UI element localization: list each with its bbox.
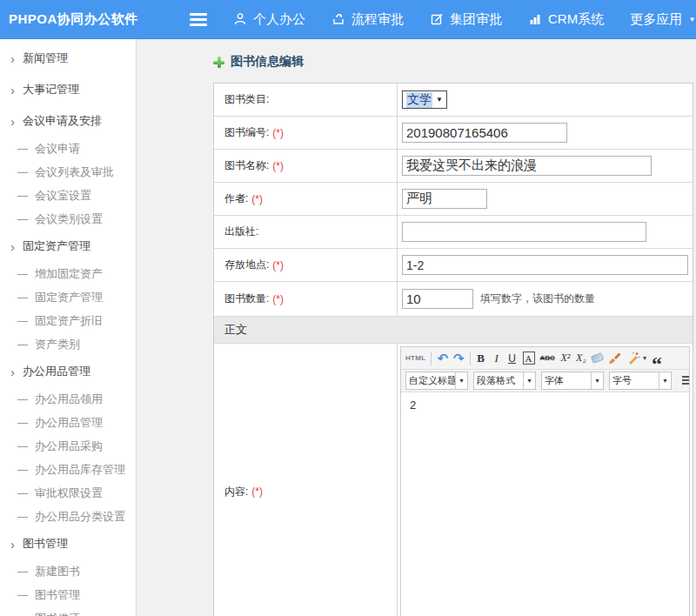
nav-label: 更多应用 [630,11,682,28]
item-label: 会议类别设置 [35,211,103,227]
editor-undo-icon[interactable]: ↶ [437,350,448,367]
editor-toolbar-row1: HTML ↶ ↷ B I U A ABC X² X₂ [401,347,689,370]
editor-eraser-icon[interactable] [592,350,603,367]
dash-icon: — [17,440,28,452]
required-mark: (*) [272,293,284,305]
item-label: 办公用品管理 [35,415,103,431]
nav-label: 流程审批 [351,11,404,28]
item-label: 办公用品采购 [35,439,103,454]
sidebar-section-meetings[interactable]: › 会议申请及安排 [0,105,136,137]
item-label: 增加固定资产 [35,266,103,282]
workflow-icon [331,12,345,26]
sidebar-item-supplies-inventory[interactable]: — 办公用品库存管理 [0,458,136,481]
editor-heading-select[interactable]: 自定义标题 ▾ [405,372,468,390]
quantity-input[interactable] [402,289,473,309]
item-label: 固定资产管理 [35,290,103,305]
category-select[interactable]: 文学 ▼ [402,90,447,109]
sidebar-item-meeting-category-settings[interactable]: — 会议类别设置 [0,207,136,231]
location-input[interactable] [402,255,688,275]
page-title: 图书信息编辑 [213,54,696,70]
sidebar-item-meeting-list-approval[interactable]: — 会议列表及审批 [0,160,136,184]
category-select-value: 文学 [406,92,432,108]
book-no-input[interactable] [402,123,567,143]
sidebar-item-book-management[interactable]: — 图书管理 [0,583,136,606]
sidebar-item-fixed-asset-depreciation[interactable]: — 固定资产折旧 [0,309,136,332]
form-row-quantity: 图书数量: (*) 填写数字，该图书的数量 [214,282,693,317]
sidebar-item-meeting-room-settings[interactable]: — 会议室设置 [0,184,136,207]
caret-down-icon: ▼ [436,96,443,104]
item-label: 会议室设置 [35,188,91,204]
editor-font-family-select[interactable]: 字体 ▾ [541,372,604,390]
editor-toolbar-row2: 自定义标题 ▾ 段落格式 ▾ 字体 ▾ [401,370,689,392]
section-label: 会议申请及安排 [23,113,102,129]
book-no-label: 图书编号: (*) [214,117,398,149]
sidebar-item-supplies-purchase[interactable]: — 办公用品采购 [0,434,136,458]
editor-underline-button[interactable]: U [507,350,518,367]
item-label: 办公用品库存管理 [35,462,125,478]
sidebar-item-supplies-category-settings[interactable]: — 办公用品分类设置 [0,505,136,528]
editor-html-source-button[interactable]: HTML [405,350,425,367]
editor-content-area[interactable]: 2 [401,392,689,616]
editor-justify-icon[interactable] [682,372,689,390]
quantity-label: 图书数量: (*) [214,282,398,316]
sidebar-item-meeting-apply[interactable]: — 会议申请 [0,137,136,160]
dash-icon: — [17,338,28,351]
book-edit-form: 图书类目: 文学 ▼ 图书编号: (*) [213,83,693,616]
sidebar-item-asset-category[interactable]: — 资产类别 [0,332,136,356]
author-input[interactable] [402,189,487,209]
author-label: 作者: (*) [214,183,398,215]
form-row-publisher: 出版社: [214,216,693,249]
editor-redo-icon[interactable]: ↷ [453,350,465,367]
sidebar-item-add-fixed-asset[interactable]: — 增加固定资产 [0,262,136,285]
editor-strikethrough-button[interactable]: ABC [540,350,555,367]
nav-workflow-approval[interactable]: 流程审批 [331,11,404,28]
sidebar-item-supplies-management[interactable]: — 办公用品管理 [0,411,136,434]
nav-personal-office[interactable]: 个人办公 [233,11,305,28]
required-mark: (*) [251,193,263,205]
editor-superscript-button[interactable]: X² [560,350,571,367]
dash-icon: — [17,315,28,327]
sidebar-item-new-book[interactable]: — 新建图书 [0,559,136,583]
editor-blockquote-icon[interactable]: “ [652,351,662,366]
nav-more-apps[interactable]: 更多应用 ▾ [630,11,694,28]
item-label: 审批权限设置 [35,485,103,501]
editor-paragraph-format-select[interactable]: 段落格式 ▾ [473,372,536,390]
sidebar-item-book-borrow-return[interactable]: — 图书借还 [0,606,136,616]
item-label: 办公用品分类设置 [35,509,125,525]
publisher-label: 出版社: [214,216,398,248]
editor-subscript-button[interactable]: X₂ [576,350,586,367]
editor-brush-icon[interactable] [608,350,621,367]
sidebar-section-memorabilia[interactable]: › 大事记管理 [0,74,136,105]
editor-italic-button[interactable]: I [492,350,502,367]
item-label: 图书借还 [35,611,80,616]
dash-icon: — [17,417,28,429]
publisher-input[interactable] [402,222,646,242]
editor-magic-wand-icon[interactable] [626,350,640,367]
item-label: 资产类别 [35,337,80,352]
sidebar-section-news[interactable]: › 新闻管理 [0,43,136,74]
nav-group-approval[interactable]: 集团审批 [430,11,502,28]
page-title-text: 图书信息编辑 [231,54,304,70]
dash-icon: — [17,143,28,155]
sidebar-item-fixed-asset-management[interactable]: — 固定资产管理 [0,285,136,309]
menu-icon[interactable] [190,13,207,26]
section-label: 大事记管理 [23,82,79,97]
dash-icon: — [17,291,28,304]
sidebar-item-supplies-claim[interactable]: — 办公用品领用 [0,387,136,411]
sidebar-item-approval-permission-settings[interactable]: — 审批权限设置 [0,481,136,505]
sidebar-section-office-supplies[interactable]: › 办公用品管理 [0,356,136,387]
caret-down-icon[interactable]: ▾ [643,354,646,362]
sidebar-section-fixed-assets[interactable]: › 固定资产管理 [0,231,136,262]
sidebar-section-books[interactable]: › 图书管理 [0,528,136,559]
sidebar: › 新闻管理 › 大事记管理 › 会议申请及安排 — 会议申请 — 会议列表及审… [0,39,137,616]
required-mark: (*) [272,259,284,271]
nav-crm-system[interactable]: CRM系统 [528,11,604,28]
book-name-input[interactable] [402,156,652,176]
editor-font-color-button[interactable]: A [523,352,535,365]
rich-text-editor: HTML ↶ ↷ B I U A ABC X² X₂ [400,346,690,616]
add-plus-icon [213,57,224,68]
user-icon [233,12,247,26]
editor-font-size-select[interactable]: 字号 ▾ [609,372,672,390]
editor-bold-button[interactable]: B [476,350,486,367]
chevron-right-icon: › [10,52,15,65]
